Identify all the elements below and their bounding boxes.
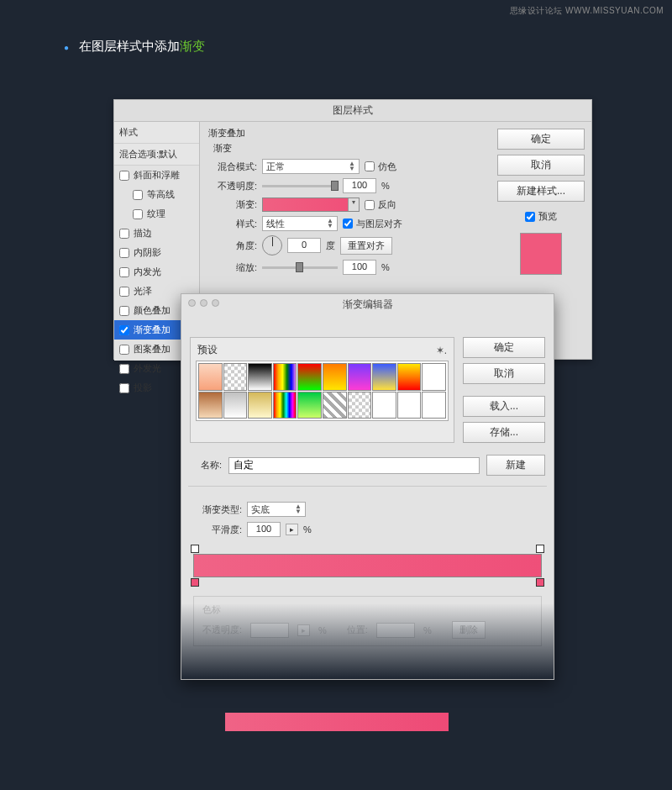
preset-swatch[interactable]: [323, 392, 347, 419]
caption-highlight: 渐变: [180, 39, 205, 53]
style-select[interactable]: 线性▲▼: [262, 216, 338, 231]
position-label: 位置:: [347, 624, 368, 636]
checkbox[interactable]: [119, 229, 129, 239]
gear-icon[interactable]: ✶.: [436, 345, 447, 356]
load-button[interactable]: 载入...: [463, 396, 545, 417]
preset-swatch[interactable]: [297, 363, 322, 391]
preset-swatch[interactable]: [397, 392, 422, 419]
color-stop-left[interactable]: [191, 578, 199, 587]
checkbox[interactable]: [119, 171, 129, 181]
preset-swatch[interactable]: [372, 392, 396, 419]
preset-swatch[interactable]: [248, 363, 272, 391]
reset-align-button[interactable]: 重置对齐: [340, 237, 392, 255]
preset-swatch[interactable]: [297, 392, 322, 419]
delete-stop-button: 删除: [452, 621, 486, 639]
section-title: 渐变叠加: [208, 127, 482, 140]
style-item-inner-shadow[interactable]: 内阴影: [114, 243, 199, 262]
preset-swatch[interactable]: [422, 363, 446, 391]
opacity-stop-right[interactable]: [536, 545, 544, 553]
preset-swatch[interactable]: [372, 363, 396, 391]
opacity-slider[interactable]: [262, 185, 338, 187]
checkbox[interactable]: [119, 306, 129, 316]
checkbox[interactable]: [133, 190, 143, 200]
slider-thumb[interactable]: [296, 262, 303, 272]
smoothness-value[interactable]: 100: [247, 522, 281, 537]
preset-swatch[interactable]: [223, 392, 248, 419]
new-button[interactable]: 新建: [486, 455, 545, 476]
preset-swatch[interactable]: [223, 363, 248, 391]
blend-mode-label: 混合模式:: [208, 161, 257, 173]
preset-swatch[interactable]: [397, 363, 422, 391]
style-item-stroke[interactable]: 描边: [114, 224, 199, 243]
percent-label: %: [381, 262, 390, 272]
checkbox[interactable]: [119, 383, 129, 393]
percent-label: %: [303, 524, 312, 535]
checkbox[interactable]: [119, 325, 129, 335]
smoothness-label: 平滑度:: [193, 524, 242, 536]
opacity-stop-left[interactable]: [191, 545, 199, 553]
gradient-swatch[interactable]: ▾: [262, 198, 360, 212]
subsection-title: 渐变: [213, 142, 482, 155]
checkbox[interactable]: [119, 267, 129, 277]
blend-options-row[interactable]: 混合选项:默认: [114, 144, 199, 166]
cancel-button[interactable]: 取消: [463, 363, 545, 384]
opacity-label: 不透明度:: [208, 180, 257, 192]
style-item-bevel[interactable]: 斜面和浮雕: [114, 166, 199, 185]
scale-value[interactable]: 100: [343, 260, 376, 275]
scale-label: 缩放:: [208, 261, 257, 274]
gradient-type-select[interactable]: 实底▲▼: [247, 502, 306, 517]
slider-thumb[interactable]: [331, 181, 339, 191]
checkbox[interactable]: [119, 287, 129, 297]
tutorial-caption: ● 在图层样式中添加渐变: [64, 39, 205, 55]
gradient-editor-title: 渐变编辑器: [181, 294, 554, 315]
presets-panel: 预设 ✶.: [190, 337, 454, 443]
opacity-value[interactable]: 100: [343, 178, 376, 193]
angle-value[interactable]: 0: [287, 238, 321, 253]
checkbox[interactable]: [133, 209, 143, 219]
window-close-icon[interactable]: [188, 299, 196, 307]
preset-swatch[interactable]: [198, 363, 223, 391]
style-item-texture[interactable]: 纹理: [114, 204, 199, 224]
cancel-button[interactable]: 取消: [497, 155, 585, 176]
preview-checkbox[interactable]: 预览: [497, 210, 585, 223]
checkbox[interactable]: [119, 248, 129, 258]
reverse-checkbox[interactable]: 反向: [365, 198, 396, 211]
blend-mode-select[interactable]: 正常▲▼: [262, 159, 360, 174]
preset-swatch[interactable]: [348, 392, 372, 419]
ok-button[interactable]: 确定: [497, 129, 585, 150]
dialog-title: 图层样式: [114, 100, 591, 122]
color-stop-right[interactable]: [536, 578, 544, 587]
gradient-name-input[interactable]: [228, 457, 480, 474]
position-input-disabled: [376, 623, 415, 638]
ok-button[interactable]: 确定: [463, 337, 545, 358]
window-zoom-icon[interactable]: [212, 299, 219, 307]
align-checkbox[interactable]: 与图层对齐: [343, 218, 402, 230]
dropdown-icon[interactable]: ▾: [348, 198, 359, 211]
scale-slider[interactable]: [262, 266, 338, 269]
preset-swatch[interactable]: [348, 363, 372, 391]
preset-grid: [196, 361, 449, 421]
window-minimize-icon[interactable]: [200, 299, 207, 307]
style-label: 样式:: [208, 218, 257, 230]
degree-label: 度: [326, 240, 335, 252]
preset-swatch[interactable]: [273, 363, 297, 391]
preset-swatch[interactable]: [273, 392, 297, 419]
style-item-contour[interactable]: 等高线: [114, 185, 199, 204]
styles-header[interactable]: 样式: [114, 122, 199, 144]
style-item-inner-glow[interactable]: 内发光: [114, 262, 199, 282]
opacity-input-disabled: [250, 623, 289, 638]
new-style-button[interactable]: 新建样式...: [497, 181, 585, 202]
save-button[interactable]: 存储...: [463, 422, 545, 443]
preset-swatch[interactable]: [248, 392, 272, 419]
preset-swatch[interactable]: [198, 392, 223, 419]
dither-checkbox[interactable]: 仿色: [365, 161, 396, 173]
gradient-bar[interactable]: [193, 554, 542, 577]
stepper-icon[interactable]: ▸: [286, 524, 298, 535]
preset-swatch[interactable]: [422, 392, 446, 419]
angle-label: 角度:: [208, 240, 257, 252]
color-stops-section: 色标 不透明度: ▸ % 位置: % 删除: [193, 596, 542, 646]
checkbox[interactable]: [119, 345, 129, 355]
checkbox[interactable]: [119, 364, 129, 374]
angle-dial[interactable]: [262, 235, 282, 255]
preset-swatch[interactable]: [323, 363, 347, 391]
